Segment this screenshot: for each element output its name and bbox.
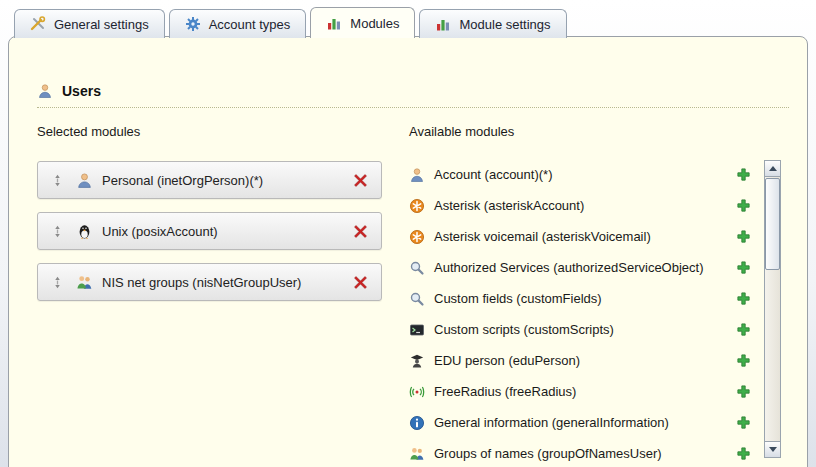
penguin-icon: [76, 223, 93, 240]
add-module-button[interactable]: [736, 384, 751, 399]
tab-general-settings[interactable]: General settings: [14, 9, 165, 38]
module-label: Custom scripts (customScripts): [434, 322, 614, 337]
tab-label: Modules: [350, 16, 399, 31]
available-module-groups-of-names-groupofnamesuser: Groups of names (groupOfNamesUser): [409, 438, 751, 461]
gear-icon: [185, 16, 201, 32]
edu-icon: [409, 353, 425, 369]
modules-icon: [326, 15, 342, 31]
available-module-custom-scripts-customscripts: Custom scripts (customScripts): [409, 314, 751, 345]
selected-module-nis-net-groups-nisnetgroupuser: NIS net groups (nisNetGroupUser): [37, 263, 382, 301]
selected-modules-heading: Selected modules: [37, 124, 409, 139]
section-title: Users: [62, 83, 101, 99]
module-label: Asterisk (asteriskAccount): [434, 198, 584, 213]
selected-module-unix-posixaccount: Unix (posixAccount): [37, 212, 382, 250]
selected-module-personal-inetorgperson: Personal (inetOrgPerson)(*): [37, 161, 382, 199]
user-icon: [409, 167, 425, 183]
user-icon: [76, 172, 93, 189]
module-label: NIS net groups (nisNetGroupUser): [102, 275, 301, 290]
available-module-account-account: Account (account)(*): [409, 159, 751, 190]
tools-icon: [30, 16, 46, 32]
available-module-general-information-generalinformation: General information (generalInformation): [409, 407, 751, 438]
module-label: EDU person (eduPerson): [434, 353, 580, 368]
scroll-up-button[interactable]: [765, 161, 780, 177]
module-label: Unix (posixAccount): [102, 224, 218, 239]
modules-icon: [435, 16, 451, 32]
script-icon: [409, 322, 425, 338]
users-section-header: Users: [37, 83, 789, 108]
scroll-down-button[interactable]: [765, 441, 780, 457]
remove-module-button[interactable]: [353, 173, 368, 188]
module-label: Groups of names (groupOfNamesUser): [434, 446, 662, 461]
lam-config-page: General settings Account types Modules M…: [0, 0, 816, 467]
add-module-button[interactable]: [736, 291, 751, 306]
module-label: Custom fields (customFields): [434, 291, 602, 306]
scrollbar[interactable]: [764, 160, 781, 458]
available-module-freeradius-freeradius: FreeRadius (freeRadius): [409, 376, 751, 407]
arrow-down-icon: [769, 447, 777, 452]
tab-label: Account types: [209, 17, 291, 32]
module-label: Asterisk voicemail (asteriskVoicemail): [434, 229, 651, 244]
tab-account-types[interactable]: Account types: [169, 9, 307, 38]
tab-label: Module settings: [459, 17, 550, 32]
tab-label: General settings: [54, 17, 149, 32]
magnifier-icon: [409, 291, 425, 307]
arrow-up-icon: [769, 166, 777, 171]
tab-modules[interactable]: Modules: [310, 7, 415, 38]
content-panel: Users Selected modules Personal (inetOrg…: [8, 36, 808, 467]
selected-modules-column: Selected modules Personal (inetOrgPerson…: [37, 124, 409, 461]
add-module-button[interactable]: [736, 353, 751, 368]
available-modules-column: Available modules Account (account)(*): [409, 124, 807, 461]
add-module-button[interactable]: [736, 167, 751, 182]
available-modules-list: Account (account)(*) Asterisk (asteriskA…: [409, 159, 751, 461]
available-modules-scroll-area: Account (account)(*) Asterisk (asteriskA…: [409, 159, 807, 461]
asterisk-icon: [409, 198, 425, 214]
drag-handle-icon[interactable]: [51, 174, 64, 187]
module-label: General information (generalInformation): [434, 415, 669, 430]
group-icon: [76, 274, 93, 291]
selected-modules-list: Personal (inetOrgPerson)(*) Unix (posixA…: [37, 161, 409, 301]
module-label: Authorized Services (authorizedServiceOb…: [434, 260, 704, 275]
tab-bar: General settings Account types Modules M…: [14, 7, 567, 38]
info-icon: [409, 415, 425, 431]
user-icon: [37, 83, 53, 99]
magnifier-icon: [409, 260, 425, 276]
available-module-custom-fields-customfields: Custom fields (customFields): [409, 283, 751, 314]
drag-handle-icon[interactable]: [51, 276, 64, 289]
scrollbar-thumb[interactable]: [765, 178, 780, 270]
available-module-asterisk-asteriskaccount: Asterisk (asteriskAccount): [409, 190, 751, 221]
add-module-button[interactable]: [736, 446, 751, 461]
available-modules-heading: Available modules: [409, 124, 807, 139]
add-module-button[interactable]: [736, 322, 751, 337]
radius-icon: [409, 384, 425, 400]
add-module-button[interactable]: [736, 229, 751, 244]
add-module-button[interactable]: [736, 415, 751, 430]
add-module-button[interactable]: [736, 260, 751, 275]
modules-columns: Selected modules Personal (inetOrgPerson…: [9, 124, 807, 461]
tab-module-settings[interactable]: Module settings: [419, 9, 566, 38]
group-icon: [409, 446, 425, 462]
module-label: Account (account)(*): [434, 167, 553, 182]
available-module-authorized-services-authorizedserviceobject: Authorized Services (authorizedServiceOb…: [409, 252, 751, 283]
module-label: FreeRadius (freeRadius): [434, 384, 576, 399]
module-label: Personal (inetOrgPerson)(*): [102, 173, 263, 188]
drag-handle-icon[interactable]: [51, 225, 64, 238]
remove-module-button[interactable]: [353, 224, 368, 239]
available-module-asterisk-voicemail-asteriskvoicemail: Asterisk voicemail (asteriskVoicemail): [409, 221, 751, 252]
remove-module-button[interactable]: [353, 275, 368, 290]
asterisk-icon: [409, 229, 425, 245]
add-module-button[interactable]: [736, 198, 751, 213]
available-module-edu-person-eduperson: EDU person (eduPerson): [409, 345, 751, 376]
